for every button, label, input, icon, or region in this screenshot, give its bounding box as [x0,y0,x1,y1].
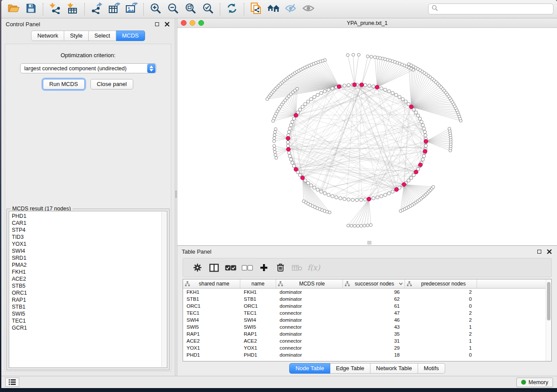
table-row[interactable]: SWI4SWI4dominator462 [183,316,545,323]
save-session-button[interactable] [22,2,40,17]
mcds-result-item[interactable]: PMA2 [12,261,167,268]
table-cell: 2 [405,289,477,296]
list-icon [9,379,16,385]
tab-network[interactable]: Network [31,31,64,41]
dropdown-stepper-icon [147,64,156,73]
close-table-panel-button[interactable] [546,248,553,255]
table-row[interactable]: PHD1PHD1dominator180 [183,351,545,358]
network-graph[interactable] [177,28,556,245]
select-all-button[interactable] [222,260,239,275]
mcds-result-item[interactable]: ACE2 [12,275,167,282]
table-cell: 2 [405,309,477,316]
hide-selected-button[interactable] [282,2,300,17]
list-scrollbar[interactable] [161,212,166,367]
table-row[interactable]: FKH1FKH1dominator962 [183,289,545,296]
tab-mcds[interactable]: MCDS [116,31,145,41]
table-settings-button[interactable] [189,260,206,275]
column-header-filler [477,279,551,288]
tab-network-table[interactable]: Network Table [370,363,418,374]
column-header-shared-name[interactable]: shared name [183,279,240,288]
table-cell: 0 [405,351,477,358]
zoom-selected-button[interactable] [199,2,217,17]
mcds-result-item[interactable]: PHD1 [12,213,167,220]
first-neighbors-button[interactable] [265,2,282,17]
mcds-result-item[interactable]: GCR1 [12,324,167,331]
tab-style[interactable]: Style [64,31,89,41]
task-history-button[interactable] [5,378,19,387]
mcds-result-item[interactable]: SRD1 [12,254,167,261]
zoom-in-button[interactable] [147,2,164,17]
tab-select[interactable]: Select [89,31,116,41]
import-table-icon [67,3,78,16]
clone-network-button[interactable] [247,2,265,17]
table-cell: 31 [343,337,405,344]
column-header-name[interactable]: name [240,279,276,288]
float-control-panel-button[interactable] [154,21,160,28]
table-toolbar: f(x) [183,258,552,277]
table-cell: 0 [405,303,477,309]
table-row[interactable]: STB1STB1dominator620 [183,296,545,303]
optimization-criterion-select[interactable]: largest connected component (undirected) [20,63,156,73]
network-view-window: YPA_prune.txt_1 [177,18,557,246]
import-network-button[interactable] [46,2,64,17]
mcds-result-item[interactable]: STB5 [12,282,167,289]
table-cell: STB1 [240,296,276,303]
mcds-result-item[interactable]: TEC1 [12,317,167,324]
mcds-result-list[interactable]: PHD1CAR1STP4TID3YOX1SWI4SRD1PMA2FKH1ACE2… [9,211,167,368]
show-all-button[interactable] [300,2,317,17]
table-row[interactable]: RAP1RAP1dominator352 [183,330,545,337]
column-header-mcds-role[interactable]: MCDS role [276,279,343,288]
splitter-grip-icon [175,191,177,198]
column-header-successor-nodes[interactable]: successor nodes [343,279,405,288]
mcds-result-item[interactable]: TID3 [12,234,167,241]
mcds-result-item[interactable]: STB1 [12,303,167,310]
import-table-button[interactable] [64,2,81,17]
zoom-out-button[interactable] [164,2,182,17]
export-network-button[interactable] [88,2,105,17]
toolbar-separator [143,3,144,15]
mcds-result-item[interactable]: RAP1 [12,296,167,303]
scrollbar-thumb[interactable] [547,282,550,320]
open-file-button[interactable] [5,2,22,17]
add-column-button[interactable] [256,260,272,275]
close-panel-button[interactable]: Close panel [90,79,134,89]
close-icon [547,249,552,254]
table-row[interactable]: ORC1ORC1dominator610 [183,303,545,309]
export-image-button[interactable] [123,2,140,17]
mcds-result-item[interactable]: STP4 [12,227,167,234]
network-canvas[interactable] [177,28,557,245]
close-control-panel-button[interactable] [164,21,170,28]
table-row[interactable]: TEC1TEC1connector472 [183,309,545,316]
mcds-result-item[interactable]: ORC1 [12,289,167,296]
mcds-result-item[interactable]: YOX1 [12,241,167,248]
float-table-panel-button[interactable] [536,248,543,255]
mcds-result-item[interactable]: SWI5 [12,310,167,317]
zoom-fit-button[interactable] [182,2,199,17]
table-cell: dominator [276,316,343,323]
show-columns-button[interactable] [206,260,222,275]
table-row[interactable]: YOX1YOX1connector291 [183,344,545,351]
tab-motifs[interactable]: Motifs [418,363,445,374]
search-input[interactable] [438,6,550,12]
refresh-view-button[interactable] [223,2,241,17]
export-table-button[interactable] [105,2,123,17]
table-row[interactable]: ACE2ACE2connector311 [183,337,545,344]
attribute-icon [407,281,412,286]
delete-column-button[interactable] [272,260,289,275]
table-panel-title: Table Panel [182,248,211,255]
mcds-result-item[interactable]: SWI4 [12,248,167,254]
tab-edge-table[interactable]: Edge Table [330,363,370,374]
float-icon [537,250,541,254]
table-cell: dominator [276,289,343,296]
network-table-splitter[interactable] [367,241,371,244]
table-row[interactable]: SWI5SWI5connector431 [183,323,545,330]
tab-node-table[interactable]: Node Table [289,363,330,374]
memory-button[interactable]: Memory [516,378,553,387]
table-scrollbar[interactable] [546,279,551,361]
deselect-all-button[interactable] [239,260,256,275]
main-toolbar [1,0,557,18]
column-header-predecessor-nodes[interactable]: predecessor nodes [405,279,477,288]
run-mcds-button[interactable]: Run MCDS [43,79,85,89]
mcds-result-item[interactable]: FKH1 [12,268,167,275]
mcds-result-item[interactable]: CAR1 [12,220,167,227]
